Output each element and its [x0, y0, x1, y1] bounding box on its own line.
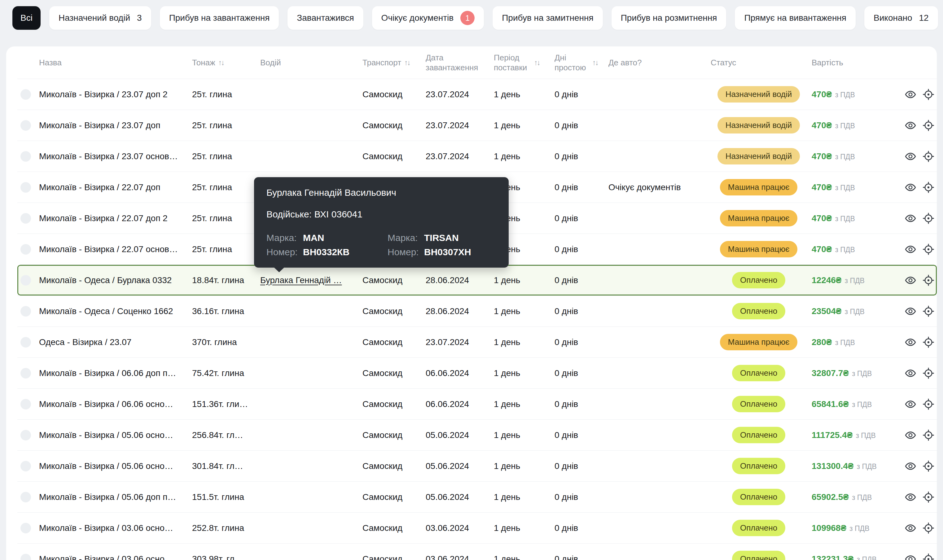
- row-checkbox[interactable]: [20, 492, 31, 502]
- view-button[interactable]: [905, 336, 916, 348]
- table-row[interactable]: Миколаїв - Візирка / 23.07 основ… 25т. г…: [17, 141, 937, 172]
- table-row[interactable]: Миколаїв - Візирка / 05.06 доп п… 151.5т…: [17, 482, 937, 512]
- row-checkbox[interactable]: [20, 151, 31, 162]
- table-row[interactable]: Миколаїв - Візирка / 03.06 осно… 303.98т…: [17, 543, 937, 560]
- row-transport: Самоскид: [363, 306, 426, 316]
- table-row[interactable]: Миколаїв - Одеса / Бурлака 0332 18.84т. …: [17, 265, 937, 295]
- row-checkbox[interactable]: [20, 182, 31, 193]
- tooltip-license-label: Водійське:: [266, 209, 312, 219]
- locate-button[interactable]: [923, 88, 934, 101]
- view-button[interactable]: [905, 212, 916, 225]
- locate-button[interactable]: [923, 181, 934, 194]
- row-idle-days: 0 днів: [555, 430, 608, 440]
- locate-button[interactable]: [923, 522, 934, 534]
- locate-button[interactable]: [923, 460, 934, 472]
- row-load-date: 05.06.2024: [426, 461, 494, 471]
- row-checkbox[interactable]: [20, 461, 31, 471]
- row-load-date: 05.06.2024: [426, 430, 494, 440]
- table-row[interactable]: Одеса - Візирка / 23.07 370т. глина Само…: [17, 326, 937, 357]
- locate-button[interactable]: [923, 336, 934, 348]
- locate-button[interactable]: [923, 119, 934, 132]
- table-row[interactable]: Миколаїв - Візирка / 03.06 осно… 252.8т.…: [17, 512, 937, 543]
- view-button[interactable]: [905, 398, 916, 411]
- sort-icon-idle-days[interactable]: ↑↓: [592, 58, 598, 67]
- filter-chip[interactable]: Виконано 12: [864, 6, 938, 30]
- filter-bar: Всі Назначений водій 3 Прибув на заванта…: [6, 6, 937, 30]
- locate-button[interactable]: [923, 553, 934, 560]
- row-name: Миколаїв - Одеса / Соценко 1662: [39, 306, 192, 316]
- row-checkbox[interactable]: [20, 399, 31, 409]
- table-row[interactable]: Миколаїв - Візирка / 06.06 осно… 151.36т…: [17, 388, 937, 419]
- table-row[interactable]: Миколаїв - Візирка / 06.06 доп п… 75.42т…: [17, 357, 937, 388]
- row-checkbox[interactable]: [20, 120, 31, 131]
- table-row[interactable]: Миколаїв - Візирка / 23.07 доп 2 25т. гл…: [17, 78, 937, 110]
- filter-chip[interactable]: Всі: [12, 6, 41, 30]
- locate-button[interactable]: [923, 150, 934, 163]
- locate-button[interactable]: [923, 212, 934, 225]
- filter-chip[interactable]: Очікує документів 1: [372, 6, 484, 30]
- eye-icon: [905, 120, 916, 131]
- eye-icon: [905, 243, 916, 255]
- row-name: Миколаїв - Візирка / 05.06 доп п…: [39, 492, 192, 502]
- filter-chip-badge: 1: [460, 11, 475, 25]
- row-checkbox[interactable]: [20, 213, 31, 224]
- row-checkbox[interactable]: [20, 554, 31, 560]
- row-price: 109968₴: [812, 523, 846, 533]
- status-badge: Оплачено: [732, 427, 785, 443]
- row-checkbox[interactable]: [20, 430, 31, 440]
- sort-icon-tonnage[interactable]: ↑↓: [218, 58, 224, 67]
- view-button[interactable]: [905, 243, 916, 255]
- sort-icon-delivery-period[interactable]: ↑↓: [534, 58, 540, 67]
- filter-chip[interactable]: Назначений водій 3: [49, 6, 151, 30]
- view-button[interactable]: [905, 491, 916, 503]
- row-transport: Самоскид: [363, 151, 426, 162]
- driver-link[interactable]: Бурлака Геннадій …: [260, 275, 342, 285]
- view-button[interactable]: [905, 429, 916, 442]
- table-row[interactable]: Миколаїв - Візирка / 05.06 осно… 301.84т…: [17, 450, 937, 482]
- locate-button[interactable]: [923, 398, 934, 411]
- view-button[interactable]: [905, 460, 916, 472]
- locate-button[interactable]: [923, 429, 934, 442]
- row-checkbox[interactable]: [20, 337, 31, 348]
- view-button[interactable]: [905, 150, 916, 163]
- view-button[interactable]: [905, 274, 916, 286]
- row-idle-days: 0 днів: [555, 151, 608, 162]
- filter-chip[interactable]: Прибув на розмитнення: [612, 6, 726, 30]
- trailer-brand-label: Марка:: [388, 232, 424, 243]
- table-row[interactable]: Миколаїв - Одеса / Соценко 1662 36.16т. …: [17, 295, 937, 326]
- row-load-date: 28.06.2024: [426, 275, 494, 285]
- view-button[interactable]: [905, 88, 916, 101]
- row-checkbox[interactable]: [20, 89, 31, 100]
- row-delivery-period: 1 день: [494, 120, 555, 131]
- filter-chip[interactable]: Прибув на завантаження: [160, 6, 279, 30]
- filter-chip[interactable]: Завантажився: [288, 6, 363, 30]
- column-header-transport: Транспорт↑↓: [363, 58, 426, 68]
- table-row[interactable]: Миколаїв - Візирка / 05.06 осно… 256.84т…: [17, 419, 937, 450]
- view-button[interactable]: [905, 522, 916, 534]
- row-checkbox[interactable]: [20, 368, 31, 378]
- status-badge: Оплачено: [732, 489, 785, 505]
- row-checkbox[interactable]: [20, 244, 31, 255]
- view-button[interactable]: [905, 305, 916, 317]
- table-row[interactable]: Миколаїв - Візирка / 23.07 доп 25т. глин…: [17, 110, 937, 141]
- row-checkbox[interactable]: [20, 523, 31, 533]
- row-delivery-period: 1 день: [494, 151, 555, 162]
- view-button[interactable]: [905, 181, 916, 194]
- locate-button[interactable]: [923, 305, 934, 317]
- view-button[interactable]: [905, 367, 916, 379]
- row-transport: Самоскид: [363, 399, 426, 409]
- row-checkbox[interactable]: [20, 275, 31, 286]
- view-button[interactable]: [905, 553, 916, 560]
- crosshair-icon: [923, 336, 934, 348]
- locate-button[interactable]: [923, 274, 934, 286]
- row-price: 32807.7₴: [812, 368, 849, 378]
- view-button[interactable]: [905, 119, 916, 132]
- locate-button[interactable]: [923, 367, 934, 379]
- locate-button[interactable]: [923, 243, 934, 255]
- filter-chip[interactable]: Прибув на замитнення: [492, 6, 603, 30]
- filter-chip[interactable]: Прямує на вивантаження: [735, 6, 855, 30]
- sort-icon-transport[interactable]: ↑↓: [404, 58, 410, 67]
- locate-button[interactable]: [923, 491, 934, 503]
- row-idle-days: 0 днів: [555, 399, 608, 409]
- row-checkbox[interactable]: [20, 306, 31, 317]
